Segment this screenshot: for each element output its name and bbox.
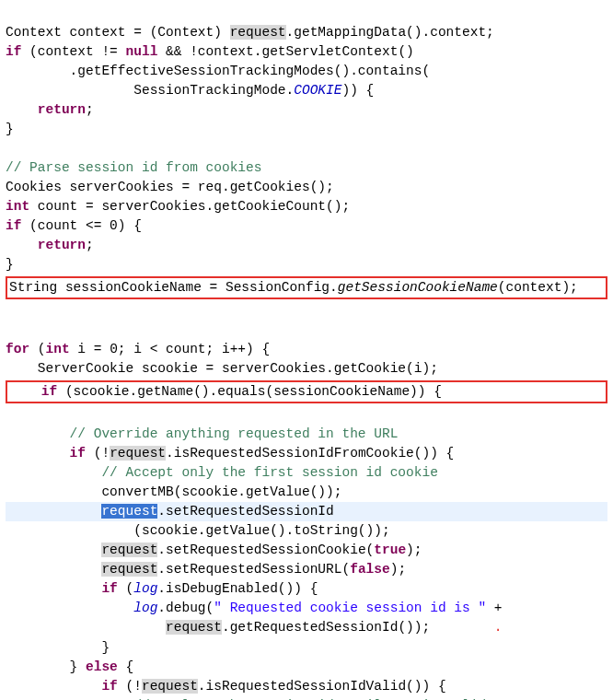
code-line-current: request.setRequestedSessionId <box>6 502 607 521</box>
code-line: } <box>6 640 110 655</box>
code-line: if (scookie.getName().equals(sessionCook… <box>9 384 442 399</box>
code-line: String sessionCookieName = SessionConfig… <box>9 280 578 295</box>
code-line: } <box>6 122 14 136</box>
code-line: return; <box>6 102 94 117</box>
code-line: // Parse session id from cookies <box>6 160 261 175</box>
code-line: request.getRequestedSessionId()); . <box>6 620 503 635</box>
code-line: log.debug(" Requested cookie session id … <box>6 601 503 615</box>
code-line: if (log.isDebugEnabled()) { <box>6 581 318 596</box>
code-line: // Override anything requested in the UR… <box>6 426 398 441</box>
code-line: SessionTrackingMode.COOKIE)) { <box>6 83 374 98</box>
code-line: if (count <= 0) { <box>6 218 142 233</box>
code-line: Cookies serverCookies = req.getCookies()… <box>6 180 334 194</box>
code-line: if (!request.isRequestedSessionIdFromCoo… <box>6 446 454 461</box>
code-line: if (!request.isRequestedSessionIdValid()… <box>6 679 446 694</box>
highlighted-box-session-cookie-name: String sessionCookieName = SessionConfig… <box>6 276 607 299</box>
highlighted-box-if-scookie-equals: if (scookie.getName().equals(sessionCook… <box>6 380 607 403</box>
code-block: Context context = (Context) request.getM… <box>6 4 607 274</box>
code-line: return; <box>6 238 94 252</box>
code-line: convertMB(scookie.getValue()); <box>6 484 341 499</box>
code-line: (scookie.getValue().toString()); <box>6 523 390 538</box>
code-line: request.setRequestedSessionCookie(true); <box>6 542 422 557</box>
code-line: Context context = (Context) request.getM… <box>6 25 494 40</box>
code-block: // Override anything requested in the UR… <box>6 405 607 700</box>
code-line: int count = serverCookies.getCookieCount… <box>6 199 350 214</box>
code-line: } else { <box>6 659 133 674</box>
code-line: } <box>6 257 14 272</box>
code-block: for (int i = 0; i < count; i++) { Server… <box>6 301 607 379</box>
code-line: // Accept only the first session id cook… <box>6 465 438 480</box>
code-line: if (context != null && !context.getServl… <box>6 44 414 59</box>
code-line: .getEffectiveSessionTrackingModes().cont… <box>6 64 430 78</box>
code-line: ServerCookie scookie = serverCookies.get… <box>6 361 438 376</box>
code-line: for (int i = 0; i < count; i++) { <box>6 342 270 356</box>
code-line: request.setRequestedSessionURL(false); <box>6 562 406 577</box>
